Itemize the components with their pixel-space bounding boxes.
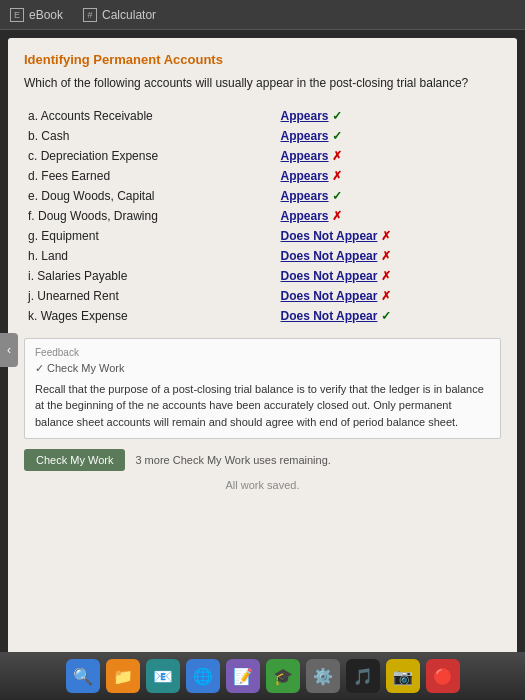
table-row: d. Fees EarnedAppears ✗ — [24, 166, 501, 186]
bottom-bar: Check My Work 3 more Check My Work uses … — [24, 449, 501, 471]
dock-icon-misc[interactable]: 🔴 — [426, 659, 460, 693]
question-text: Which of the following accounts will usu… — [24, 75, 501, 92]
account-label: e. Doug Woods, Capital — [24, 186, 277, 206]
dock-icon-settings[interactable]: ⚙️ — [306, 659, 340, 693]
account-answer[interactable]: Appears ✓ — [277, 186, 501, 206]
feedback-text: Recall that the purpose of a post-closin… — [35, 381, 490, 431]
account-answer[interactable]: Does Not Appear ✓ — [277, 306, 501, 326]
table-row: e. Doug Woods, CapitalAppears ✓ — [24, 186, 501, 206]
remaining-text: 3 more Check My Work uses remaining. — [135, 454, 330, 466]
calculator-icon: # — [83, 8, 97, 22]
account-answer[interactable]: Does Not Appear ✗ — [277, 286, 501, 306]
table-row: j. Unearned RentDoes Not Appear ✗ — [24, 286, 501, 306]
calculator-label: Calculator — [102, 8, 156, 22]
feedback-section: Feedback ✓ Check My Work Recall that the… — [24, 338, 501, 440]
table-row: h. LandDoes Not Appear ✗ — [24, 246, 501, 266]
dock-icon-music[interactable]: 🎵 — [346, 659, 380, 693]
account-answer[interactable]: Does Not Appear ✗ — [277, 246, 501, 266]
dock: 🔍 📁 📧 🌐 📝 🎓 ⚙️ 🎵 📷 🔴 — [0, 652, 525, 700]
dock-icon-finder[interactable]: 🔍 — [66, 659, 100, 693]
ebook-icon: E — [10, 8, 24, 22]
account-label: d. Fees Earned — [24, 166, 277, 186]
page-title: Identifying Permanent Accounts — [24, 52, 501, 67]
table-row: k. Wages ExpenseDoes Not Appear ✓ — [24, 306, 501, 326]
account-label: h. Land — [24, 246, 277, 266]
check-my-work-label: ✓ Check My Work — [35, 362, 490, 375]
dock-icon-photo[interactable]: 📷 — [386, 659, 420, 693]
account-answer[interactable]: Appears ✗ — [277, 146, 501, 166]
feedback-label: Feedback — [35, 347, 490, 358]
answers-table: a. Accounts ReceivableAppears ✓b. CashAp… — [24, 106, 501, 326]
dock-icon-browser[interactable]: 🌐 — [186, 659, 220, 693]
account-label: i. Salaries Payable — [24, 266, 277, 286]
dock-icon-app1[interactable]: 🎓 — [266, 659, 300, 693]
side-nav-arrow[interactable]: ‹ — [0, 333, 18, 367]
account-answer[interactable]: Appears ✗ — [277, 206, 501, 226]
account-label: f. Doug Woods, Drawing — [24, 206, 277, 226]
table-row: c. Depreciation ExpenseAppears ✗ — [24, 146, 501, 166]
account-answer[interactable]: Appears ✓ — [277, 126, 501, 146]
account-label: k. Wages Expense — [24, 306, 277, 326]
dock-icon-notes[interactable]: 📝 — [226, 659, 260, 693]
account-label: a. Accounts Receivable — [24, 106, 277, 126]
all-saved-text: All work saved. — [24, 479, 501, 491]
account-label: b. Cash — [24, 126, 277, 146]
account-label: g. Equipment — [24, 226, 277, 246]
calculator-button[interactable]: # Calculator — [83, 8, 156, 22]
dock-icon-folder[interactable]: 📁 — [106, 659, 140, 693]
check-my-work-button[interactable]: Check My Work — [24, 449, 125, 471]
dock-icon-mail[interactable]: 📧 — [146, 659, 180, 693]
toolbar: E eBook # Calculator — [0, 0, 525, 30]
table-row: b. CashAppears ✓ — [24, 126, 501, 146]
table-row: g. EquipmentDoes Not Appear ✗ — [24, 226, 501, 246]
account-answer[interactable]: Appears ✓ — [277, 106, 501, 126]
account-answer[interactable]: Appears ✗ — [277, 166, 501, 186]
account-label: c. Depreciation Expense — [24, 146, 277, 166]
main-content: Identifying Permanent Accounts Which of … — [8, 38, 517, 658]
table-row: f. Doug Woods, DrawingAppears ✗ — [24, 206, 501, 226]
account-label: j. Unearned Rent — [24, 286, 277, 306]
ebook-button[interactable]: E eBook — [10, 8, 63, 22]
account-answer[interactable]: Does Not Appear ✗ — [277, 266, 501, 286]
ebook-label: eBook — [29, 8, 63, 22]
table-row: a. Accounts ReceivableAppears ✓ — [24, 106, 501, 126]
table-row: i. Salaries PayableDoes Not Appear ✗ — [24, 266, 501, 286]
account-answer[interactable]: Does Not Appear ✗ — [277, 226, 501, 246]
